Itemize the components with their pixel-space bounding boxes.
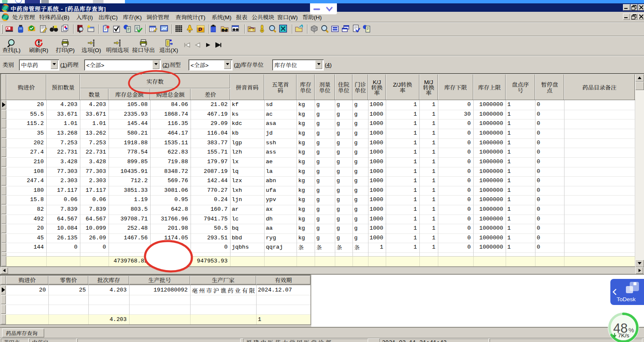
- svg-text:7K/s: 7K/s: [618, 332, 629, 339]
